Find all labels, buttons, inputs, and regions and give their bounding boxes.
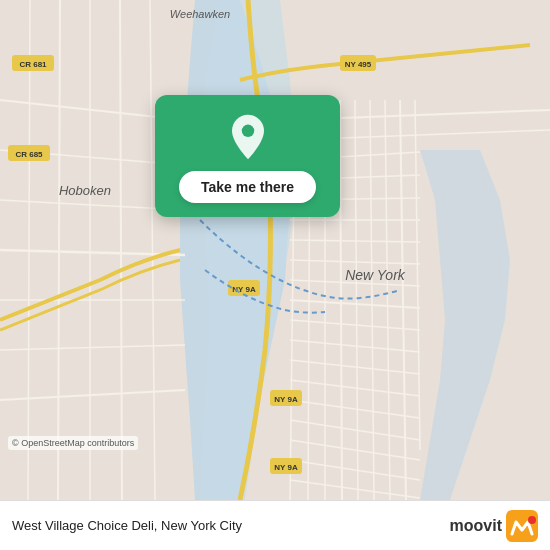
map-background: CR 681 CR 685 NY 9A NY 9A NY 9A NY 495 H…	[0, 0, 550, 500]
moovit-icon	[506, 510, 538, 542]
svg-text:CR 685: CR 685	[15, 150, 43, 159]
location-popup: Take me there	[155, 95, 340, 217]
svg-text:NY 9A: NY 9A	[274, 463, 298, 472]
copyright-text: © OpenStreetMap contributors	[8, 436, 138, 450]
moovit-logo: moovit	[450, 510, 538, 542]
svg-text:Hoboken: Hoboken	[59, 183, 111, 198]
place-info: West Village Choice Deli, New York City	[12, 518, 242, 533]
svg-text:Weehawken: Weehawken	[170, 8, 230, 20]
bottom-bar: West Village Choice Deli, New York City …	[0, 500, 550, 550]
svg-point-58	[528, 516, 536, 524]
map-container: CR 681 CR 685 NY 9A NY 9A NY 9A NY 495 H…	[0, 0, 550, 500]
svg-text:New York: New York	[345, 267, 406, 283]
location-pin-icon	[224, 113, 272, 161]
moovit-text: moovit	[450, 517, 502, 535]
svg-text:CR 681: CR 681	[19, 60, 47, 69]
take-me-there-button[interactable]: Take me there	[179, 171, 316, 203]
svg-text:NY 495: NY 495	[345, 60, 372, 69]
svg-rect-57	[506, 510, 538, 542]
svg-text:NY 9A: NY 9A	[274, 395, 298, 404]
svg-point-56	[241, 125, 253, 137]
place-name: West Village Choice Deli, New York City	[12, 518, 242, 533]
